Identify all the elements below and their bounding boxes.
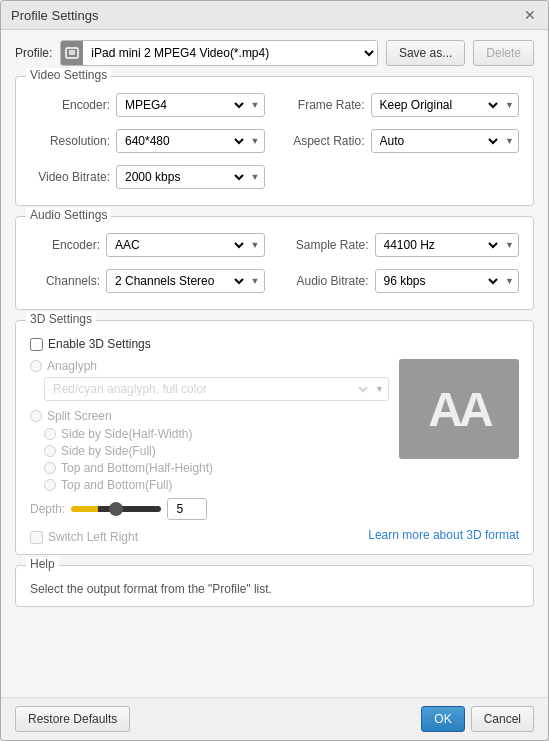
depth-row: Depth: (30, 498, 519, 520)
audio-settings-title: Audio Settings (26, 208, 111, 222)
channels-select[interactable]: 2 Channels Stereo (107, 270, 247, 292)
title-bar: Profile Settings ✕ (1, 1, 548, 30)
3d-settings-content: Enable 3D Settings Anaglyph (16, 321, 533, 554)
encoder-arrow: ▼ (247, 100, 264, 110)
side-half-radio[interactable] (44, 428, 56, 440)
save-as-button[interactable]: Save as... (386, 40, 465, 66)
cancel-button[interactable]: Cancel (471, 706, 534, 732)
delete-button[interactable]: Delete (473, 40, 534, 66)
close-button[interactable]: ✕ (522, 7, 538, 23)
sample-rate-select-wrapper[interactable]: 44100 Hz ▼ (375, 233, 520, 257)
resolution-label: Resolution: (30, 134, 110, 148)
top-full-row: Top and Bottom(Full) (44, 478, 389, 492)
video-bitrate-select[interactable]: 2000 kbps (117, 166, 247, 188)
channels-arrow: ▼ (247, 276, 264, 286)
resolution-row: Resolution: 640*480 ▼ (30, 129, 265, 153)
split-screen-row: Split Screen (30, 409, 389, 423)
restore-defaults-button[interactable]: Restore Defaults (15, 706, 130, 732)
profile-select-wrapper[interactable]: iPad mini 2 MPEG4 Video(*.mp4) (60, 40, 378, 66)
content-area: Profile: iPad mini 2 MPEG4 Video(*.mp4) … (1, 30, 548, 697)
side-full-radio[interactable] (44, 445, 56, 457)
help-content: Select the output format from the "Profi… (16, 566, 533, 606)
aspect-ratio-select-wrapper[interactable]: Auto ▼ (371, 129, 520, 153)
channels-label: Channels: (30, 274, 100, 288)
encoder-row: Encoder: MPEG4 ▼ (30, 93, 265, 117)
video-settings-title: Video Settings (26, 68, 111, 82)
depth-slider[interactable] (71, 506, 161, 512)
side-full-row: Side by Side(Full) (44, 444, 389, 458)
depth-input[interactable] (167, 498, 207, 520)
side-half-row: Side by Side(Half-Width) (44, 427, 389, 441)
top-full-label: Top and Bottom(Full) (61, 478, 172, 492)
resolution-arrow: ▼ (247, 136, 264, 146)
anaglyph-radio[interactable] (30, 360, 42, 372)
help-text: Select the output format from the "Profi… (30, 582, 272, 596)
encoder-label: Encoder: (30, 98, 110, 112)
audio-bitrate-select[interactable]: 96 kbps (376, 270, 502, 292)
side-half-label: Side by Side(Half-Width) (61, 427, 192, 441)
aspect-ratio-row: Aspect Ratio: Auto ▼ (285, 129, 520, 153)
sample-rate-select[interactable]: 44100 Hz (376, 234, 502, 256)
frame-rate-row: Frame Rate: Keep Original ▼ (285, 93, 520, 117)
profile-select[interactable]: iPad mini 2 MPEG4 Video(*.mp4) (83, 41, 377, 65)
enable-3d-label[interactable]: Enable 3D Settings (48, 337, 151, 351)
audio-encoder-select-wrapper[interactable]: AAC ▼ (106, 233, 265, 257)
channels-select-wrapper[interactable]: 2 Channels Stereo ▼ (106, 269, 265, 293)
ok-button[interactable]: OK (421, 706, 464, 732)
anaglyph-select-wrapper: Red/cyan anaglyph, full color ▼ (44, 377, 389, 401)
audio-settings-section: Audio Settings Encoder: AAC ▼ (15, 216, 534, 310)
sample-rate-label: Sample Rate: (285, 238, 369, 252)
audio-bitrate-label: Audio Bitrate: (285, 274, 369, 288)
audio-encoder-label: Encoder: (30, 238, 100, 252)
audio-encoder-row: Encoder: AAC ▼ (30, 233, 265, 257)
split-screen-radio[interactable] (30, 410, 42, 422)
depth-label: Depth: (30, 502, 65, 516)
3d-settings-title: 3D Settings (26, 312, 96, 326)
audio-settings-content: Encoder: AAC ▼ Channels: (16, 217, 533, 309)
side-full-label: Side by Side(Full) (61, 444, 156, 458)
anaglyph-row: Anaglyph (30, 359, 389, 373)
resolution-select[interactable]: 640*480 (117, 130, 247, 152)
sample-rate-arrow: ▼ (501, 240, 518, 250)
aspect-ratio-select[interactable]: Auto (372, 130, 502, 152)
profile-label: Profile: (15, 46, 52, 60)
encoder-select-wrapper[interactable]: MPEG4 ▼ (116, 93, 265, 117)
learn-more-link[interactable]: Learn more about 3D format (368, 528, 519, 542)
top-half-label: Top and Bottom(Half-Height) (61, 461, 213, 475)
footer-right: OK Cancel (421, 706, 534, 732)
switch-left-right-label: Switch Left Right (48, 530, 138, 544)
preview-box: AA (399, 359, 519, 459)
top-half-radio[interactable] (44, 462, 56, 474)
profile-row: Profile: iPad mini 2 MPEG4 Video(*.mp4) … (15, 40, 534, 66)
switch-left-right-row: Switch Left Right (30, 530, 138, 544)
audio-bitrate-select-wrapper[interactable]: 96 kbps ▼ (375, 269, 520, 293)
audio-encoder-arrow: ▼ (247, 240, 264, 250)
svg-rect-1 (69, 50, 75, 55)
resolution-select-wrapper[interactable]: 640*480 ▼ (116, 129, 265, 153)
encoder-select[interactable]: MPEG4 (117, 94, 247, 116)
audio-encoder-select[interactable]: AAC (107, 234, 247, 256)
video-bitrate-select-wrapper[interactable]: 2000 kbps ▼ (116, 165, 265, 189)
preview-text: AA (428, 382, 489, 437)
video-bitrate-row: Video Bitrate: 2000 kbps ▼ (30, 165, 265, 189)
frame-rate-select-wrapper[interactable]: Keep Original ▼ (371, 93, 520, 117)
3d-body: Anaglyph Red/cyan anaglyph, full color ▼ (30, 359, 519, 492)
window-title: Profile Settings (11, 8, 98, 23)
radio-group: Anaglyph Red/cyan anaglyph, full color ▼ (30, 359, 389, 492)
profile-icon-box (61, 41, 83, 65)
video-bitrate-label: Video Bitrate: (30, 170, 110, 184)
aspect-ratio-label: Aspect Ratio: (285, 134, 365, 148)
sample-rate-row: Sample Rate: 44100 Hz ▼ (285, 233, 520, 257)
audio-bitrate-row: Audio Bitrate: 96 kbps ▼ (285, 269, 520, 293)
frame-rate-select[interactable]: Keep Original (372, 94, 502, 116)
frame-rate-arrow: ▼ (501, 100, 518, 110)
top-full-radio[interactable] (44, 479, 56, 491)
channels-row: Channels: 2 Channels Stereo ▼ (30, 269, 265, 293)
audio-bitrate-arrow: ▼ (501, 276, 518, 286)
switch-left-right-checkbox[interactable] (30, 531, 43, 544)
help-title: Help (26, 557, 59, 571)
enable-3d-checkbox[interactable] (30, 338, 43, 351)
top-half-row: Top and Bottom(Half-Height) (44, 461, 389, 475)
enable-3d-row: Enable 3D Settings (30, 337, 519, 351)
video-settings-section: Video Settings Encoder: MPEG4 ▼ (15, 76, 534, 206)
